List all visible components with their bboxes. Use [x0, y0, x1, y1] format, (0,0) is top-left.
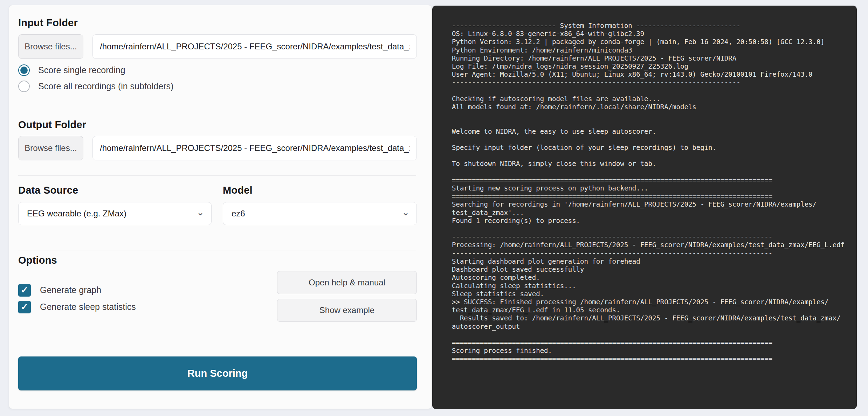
chevron-down-icon: ⌄	[402, 207, 409, 218]
score-all-radio[interactable]: Score all recordings (in subfolders)	[18, 80, 173, 93]
console-log-text: -------------------------- System Inform…	[452, 22, 853, 363]
generate-sleep-statistics-checkbox[interactable]: ✓ Generate sleep statistics	[18, 300, 136, 313]
options-heading: Options	[18, 255, 57, 266]
input-folder-heading: Input Folder	[18, 17, 78, 29]
section-divider	[18, 250, 416, 250]
output-folder-field[interactable]	[92, 136, 417, 160]
radio-circle-icon	[18, 64, 30, 76]
checkbox-check-icon: ✓	[18, 301, 31, 313]
run-scoring-button[interactable]: Run Scoring	[18, 356, 417, 390]
output-folder-heading: Output Folder	[18, 119, 86, 131]
scoring-form-panel: Input Folder Browse files... Score singl…	[9, 5, 432, 409]
score-all-label: Score all recordings (in subfolders)	[38, 81, 173, 91]
generate-graph-label: Generate graph	[40, 285, 101, 295]
show-example-button[interactable]: Show example	[277, 299, 417, 322]
output-folder-browse-button[interactable]: Browse files...	[18, 136, 83, 160]
checkbox-check-icon: ✓	[18, 284, 31, 297]
score-single-radio[interactable]: Score single recording	[18, 64, 125, 77]
section-divider	[18, 175, 416, 176]
data-source-heading: Data Source	[18, 185, 78, 196]
model-heading: Model	[223, 185, 253, 196]
model-select[interactable]: ez6 ⌄	[223, 202, 417, 225]
data-source-select[interactable]: EEG wearable (e.g. ZMax) ⌄	[18, 202, 212, 225]
score-single-label: Score single recording	[38, 65, 125, 75]
generate-graph-checkbox[interactable]: ✓ Generate graph	[18, 284, 101, 297]
input-folder-browse-button[interactable]: Browse files...	[18, 34, 83, 59]
model-value: ez6	[232, 209, 245, 219]
open-help-button[interactable]: Open help & manual	[277, 271, 417, 294]
chevron-down-icon: ⌄	[197, 207, 204, 218]
data-source-value: EEG wearable (e.g. ZMax)	[27, 209, 126, 219]
generate-sleep-statistics-label: Generate sleep statistics	[40, 302, 136, 312]
radio-circle-icon	[18, 81, 30, 92]
input-folder-field[interactable]	[92, 34, 417, 59]
console-output-panel: -------------------------- System Inform…	[432, 6, 857, 409]
